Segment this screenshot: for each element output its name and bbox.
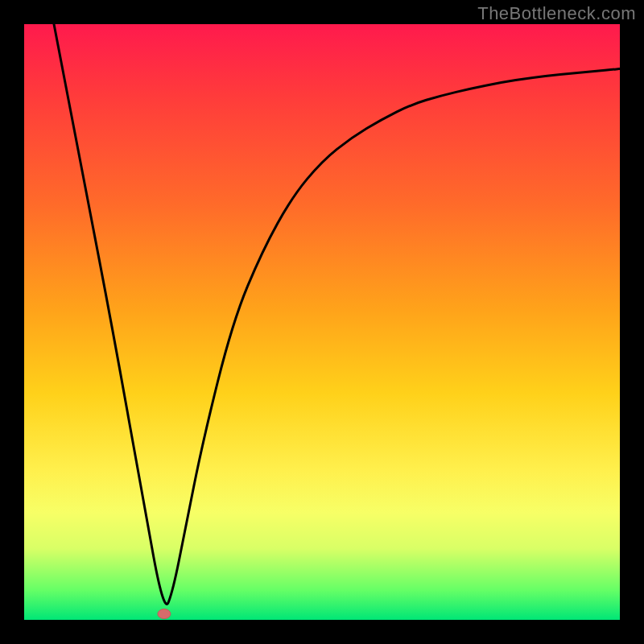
attribution-text: TheBottleneck.com	[477, 3, 636, 24]
minimum-marker	[158, 609, 171, 619]
bottleneck-curve	[54, 24, 620, 604]
curve-svg	[24, 24, 620, 620]
plot-area	[24, 24, 620, 620]
chart-frame: TheBottleneck.com	[0, 0, 644, 644]
